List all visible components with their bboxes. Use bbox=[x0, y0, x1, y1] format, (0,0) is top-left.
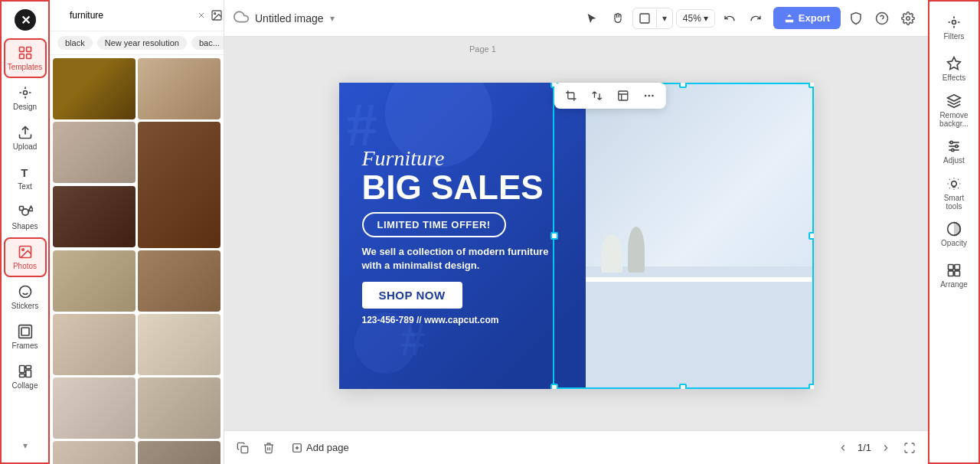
redo-btn[interactable] bbox=[744, 8, 767, 28]
sidebar-item-design[interactable]: Design bbox=[4, 78, 47, 118]
shield-icon-btn[interactable] bbox=[845, 8, 867, 29]
search-input[interactable] bbox=[62, 6, 192, 25]
undo-btn[interactable] bbox=[718, 8, 741, 28]
sidebar-item-label: Templates bbox=[8, 63, 43, 71]
right-tool-remove-bg[interactable]: Removebackgr... bbox=[932, 90, 976, 130]
canvas-resize-btn[interactable] bbox=[610, 86, 635, 106]
copy-page-btn[interactable] bbox=[234, 439, 252, 457]
title-chevron-icon[interactable]: ▾ bbox=[330, 13, 335, 24]
furniture-base bbox=[586, 266, 814, 389]
right-tool-effects[interactable]: Effects bbox=[932, 49, 976, 89]
topbar-tools: ▾ 45% ▾ bbox=[580, 8, 767, 29]
sidebar-item-collage[interactable]: Collage bbox=[4, 357, 47, 397]
right-sidebar: Filters Effects Removebackgr... Adjust S… bbox=[928, 0, 980, 464]
svg-rect-16 bbox=[21, 328, 29, 335]
sidebar-item-frames[interactable]: Frames bbox=[4, 317, 47, 357]
sidebar-item-photos[interactable]: Photos bbox=[4, 237, 47, 277]
svg-point-41 bbox=[952, 21, 956, 25]
export-btn[interactable]: Export bbox=[773, 7, 841, 29]
zoom-chevron-icon: ▾ bbox=[704, 13, 708, 24]
settings-icon-btn[interactable] bbox=[897, 8, 919, 29]
right-tool-arrange[interactable]: Arrange bbox=[932, 256, 976, 296]
right-tool-smart[interactable]: Smarttools bbox=[932, 173, 976, 213]
tag-bac[interactable]: bac... bbox=[191, 36, 224, 50]
zoom-btn[interactable]: 45% ▾ bbox=[676, 9, 715, 28]
svg-rect-52 bbox=[955, 265, 960, 270]
right-tool-filters[interactable]: Filters bbox=[932, 8, 976, 47]
prev-page-btn[interactable] bbox=[835, 439, 851, 456]
photo-thumb-4[interactable] bbox=[138, 122, 220, 248]
handle-bottom-left[interactable] bbox=[550, 384, 558, 389]
svg-text:✕: ✕ bbox=[20, 14, 30, 27]
sidebar-item-templates[interactable]: Templates bbox=[4, 38, 47, 78]
svg-point-46 bbox=[950, 141, 952, 143]
sidebar-item-label: Photos bbox=[13, 262, 37, 270]
photo-thumb-3[interactable] bbox=[53, 122, 136, 183]
photos-panel: black New year resolution bac... bbox=[50, 0, 224, 464]
photo-thumb-9[interactable] bbox=[138, 314, 220, 375]
sidebar-item-shapes[interactable]: Shapes bbox=[4, 198, 47, 237]
vase-2 bbox=[628, 227, 645, 273]
photo-thumb-8[interactable] bbox=[53, 314, 136, 375]
more-options-btn[interactable] bbox=[636, 86, 661, 106]
search-bar bbox=[50, 0, 224, 31]
app-logo[interactable]: ✕ bbox=[13, 8, 38, 32]
ad-left-column: Furniture BIG SALES LIMITED TIME OFFER! … bbox=[362, 146, 598, 325]
photo-thumb-5[interactable] bbox=[53, 186, 136, 247]
tag-row: black New year resolution bac... bbox=[50, 31, 224, 55]
right-tool-arrange-label: Arrange bbox=[940, 280, 968, 289]
photo-thumb-1[interactable] bbox=[53, 58, 136, 119]
next-page-btn[interactable] bbox=[877, 439, 894, 456]
photo-thumb-11[interactable] bbox=[138, 377, 220, 439]
ad-title-script: Furniture bbox=[362, 146, 598, 171]
photo-thumb-10[interactable] bbox=[53, 377, 136, 439]
sidebar-item-stickers[interactable]: Stickers bbox=[4, 277, 47, 317]
right-tool-opacity[interactable]: Opacity bbox=[932, 214, 976, 254]
crop-btn[interactable] bbox=[558, 86, 583, 106]
resize-btn[interactable] bbox=[633, 8, 656, 28]
search-clear-btn[interactable] bbox=[197, 11, 206, 20]
right-tool-adjust-label: Adjust bbox=[943, 156, 965, 165]
hand-tool-btn[interactable] bbox=[606, 8, 629, 28]
sidebar-collapse-btn[interactable]: ▾ bbox=[4, 435, 47, 456]
search-image-btn[interactable] bbox=[211, 9, 223, 21]
flip-btn[interactable] bbox=[584, 86, 609, 106]
zoom-level: 45% bbox=[683, 13, 701, 24]
svg-rect-2 bbox=[19, 47, 24, 52]
photo-thumb-6[interactable] bbox=[53, 250, 136, 312]
svg-point-36 bbox=[652, 95, 654, 97]
help-icon-btn[interactable] bbox=[871, 8, 893, 29]
sidebar-item-label: Collage bbox=[12, 381, 38, 390]
right-tool-adjust[interactable]: Adjust bbox=[932, 132, 976, 172]
photo-thumb-7[interactable] bbox=[138, 250, 220, 312]
delete-page-btn[interactable] bbox=[260, 439, 278, 457]
page-label: Page 1 bbox=[469, 44, 496, 54]
svg-rect-19 bbox=[25, 370, 31, 377]
ad-title-bold: BIG SALES bbox=[362, 171, 598, 204]
svg-rect-5 bbox=[26, 54, 31, 59]
cursor-tool-btn[interactable] bbox=[580, 8, 603, 28]
sidebar-item-upload[interactable]: Upload bbox=[4, 118, 47, 158]
photo-thumb-12[interactable] bbox=[53, 441, 136, 464]
tag-new-year[interactable]: New year resolution bbox=[97, 36, 187, 50]
svg-point-26 bbox=[214, 13, 216, 15]
svg-marker-42 bbox=[948, 57, 961, 70]
topbar: Untitled image ▾ ▾ 45% ▾ bbox=[224, 0, 928, 37]
sidebar-item-text[interactable]: T Text bbox=[4, 158, 47, 198]
photo-thumb-2[interactable] bbox=[138, 58, 220, 119]
page-current: 1 bbox=[858, 442, 863, 453]
svg-rect-51 bbox=[949, 265, 954, 270]
tag-black[interactable]: black bbox=[57, 36, 93, 50]
right-tool-effects-label: Effects bbox=[942, 74, 965, 82]
svg-rect-4 bbox=[19, 54, 24, 59]
resize-dropdown-btn[interactable]: ▾ bbox=[656, 9, 672, 28]
photo-thumb-13[interactable] bbox=[138, 441, 220, 464]
canvas: # # Furniture BIG SALES LIMITED TIME OFF… bbox=[339, 83, 814, 389]
svg-point-49 bbox=[952, 181, 957, 186]
fullscreen-btn[interactable] bbox=[900, 439, 919, 457]
add-page-label: Add page bbox=[306, 442, 349, 453]
bottom-bar: Add page 1/1 bbox=[224, 430, 928, 464]
svg-marker-11 bbox=[28, 207, 33, 211]
add-page-btn[interactable]: Add page bbox=[286, 439, 355, 456]
topbar-right: Export bbox=[773, 7, 919, 29]
